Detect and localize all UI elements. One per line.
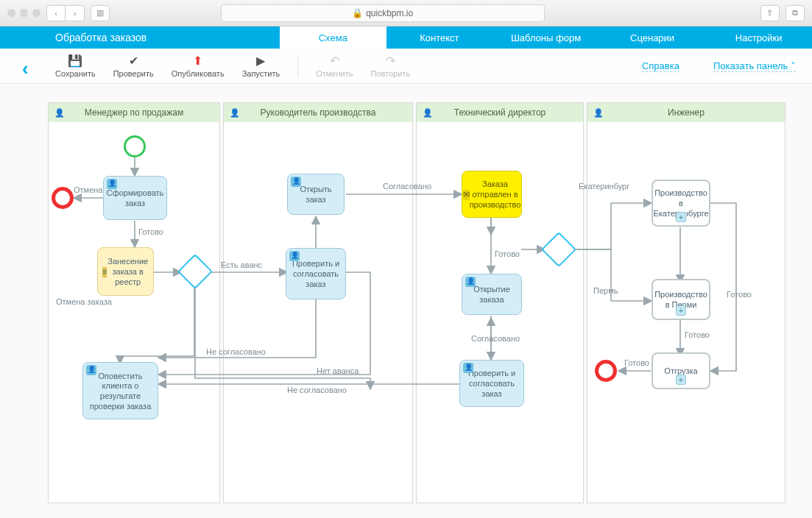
save-button[interactable]: 💾 Сохранить <box>55 54 96 78</box>
window: ‹ › ▥ 🔒 quickbpm.io ⇪ ⧉ ‹ Обработка зака… <box>0 0 812 518</box>
check-button[interactable]: ✔ Проверить <box>113 54 154 78</box>
page-title: Обработка заказов <box>0 26 280 49</box>
task-notify-client[interactable]: 👤 Оповестить клиента о результате провер… <box>82 362 158 419</box>
start-event[interactable] <box>124 135 146 157</box>
lock-icon: 🔒 <box>352 8 363 18</box>
user-task-icon: 👤 <box>107 179 117 189</box>
sub-shipment[interactable]: Отгрузка + <box>652 352 710 389</box>
nav-back-button[interactable]: ‹ <box>46 5 66 21</box>
task-label: Заказа отправлен в производство <box>470 180 521 210</box>
lane-prodmgr[interactable]: Руководитель производства <box>223 102 413 503</box>
lane-header: Менеджер по продажам <box>49 103 219 122</box>
check-icon: ✔ <box>129 54 138 68</box>
task-label: Сформировать заказ <box>107 188 164 209</box>
back-arrow[interactable]: ‹ <box>22 57 29 80</box>
redo-icon: ↷ <box>386 54 395 68</box>
undo-label: Отменить <box>316 69 353 78</box>
task-label: Открыть заказ <box>292 185 339 205</box>
traffic-dot[interactable] <box>20 9 28 17</box>
task-open-order-2[interactable]: 👤 Открытие заказа <box>462 274 522 315</box>
sub-perm[interactable]: Производство в Перми + <box>652 279 710 320</box>
user-task-icon: 👤 <box>289 251 300 261</box>
redo-label: Повторить <box>370 69 410 78</box>
user-task-icon: 👤 <box>465 277 476 287</box>
share-button[interactable]: ⇪ <box>760 5 780 21</box>
app-header: Обработка заказов Схема Контекст Шаблоны… <box>0 26 812 49</box>
publish-button[interactable]: ⬆ Опубликовать <box>172 54 225 78</box>
check-label: Проверить <box>113 69 154 78</box>
sidebar-toggle-button[interactable]: ▥ <box>91 5 110 21</box>
lane-header: Инженер <box>587 103 785 122</box>
tabs-button[interactable]: ⧉ <box>785 5 805 21</box>
task-label: Открытие заказа <box>467 285 517 305</box>
toolbar: 💾 Сохранить ✔ Проверить ⬆ Опубликовать ▶… <box>0 49 812 84</box>
user-task-icon: 👤 <box>463 363 473 373</box>
user-task-icon: 👤 <box>86 365 96 375</box>
flow-label: Пермь <box>593 286 618 295</box>
publish-icon: ⬆ <box>193 54 202 68</box>
flow-label: Нет аванса <box>317 366 359 375</box>
undo-button[interactable]: ↶ Отменить <box>316 54 353 78</box>
save-icon: 💾 <box>68 54 82 68</box>
tab-context[interactable]: Контекст <box>386 26 493 49</box>
task-create-order[interactable]: 👤 Сформировать заказ <box>103 176 167 220</box>
flow-label: Готово <box>624 358 649 367</box>
help-link[interactable]: Справка <box>642 60 679 72</box>
task-label: Оповестить клиента о результате проверки… <box>88 372 153 412</box>
run-button[interactable]: ▶ Запустить <box>242 54 280 78</box>
canvas-area[interactable]: Менеджер по продажам Руководитель произв… <box>0 84 812 518</box>
flow-label: Отмена <box>74 185 102 194</box>
task-label: Проверить и согласовать заказ <box>291 259 341 289</box>
flow-label: Екатеринбург <box>579 182 629 191</box>
lane-header: Руководитель производства <box>224 103 412 122</box>
redo-button[interactable]: ↷ Повторить <box>370 54 410 78</box>
expand-icon[interactable]: + <box>676 212 686 222</box>
tab-settings[interactable]: Настройки <box>705 26 812 49</box>
flow-label: Готово <box>685 330 710 339</box>
lane-header: Технический директор <box>417 103 583 122</box>
flow-label: Готово <box>727 290 752 299</box>
task-label: Занесение заказа в реестр <box>107 257 149 287</box>
expand-icon[interactable]: + <box>676 375 686 385</box>
tab-scenarios[interactable]: Сценарии <box>599 26 706 49</box>
publish-label: Опубликовать <box>172 69 225 78</box>
address-text: quickbpm.io <box>366 8 413 18</box>
traffic-dot[interactable] <box>7 9 15 17</box>
address-bar[interactable]: 🔒 quickbpm.io <box>221 4 545 22</box>
save-label: Сохранить <box>55 69 96 78</box>
flow-label: Не согласовано <box>287 386 347 394</box>
flow-label: Готово <box>138 227 163 236</box>
script-register-order[interactable]: ≡ Занесение заказа в реестр <box>97 247 154 296</box>
end-event-cancel[interactable] <box>52 187 74 209</box>
flow-label: Согласовано <box>471 334 520 343</box>
tab-schema[interactable]: Схема <box>280 26 386 49</box>
task-label: Проверить и согласовать заказ <box>465 369 519 399</box>
flow-label: Готово <box>495 249 520 258</box>
run-icon: ▶ <box>256 54 265 68</box>
undo-icon: ↶ <box>330 54 339 68</box>
chevron-up-icon: ˄ <box>791 60 796 71</box>
msg-order-sent[interactable]: ✉ Заказа отправлен в производство <box>462 171 522 218</box>
flow-label: Есть аванс <box>221 260 262 269</box>
task-open-order[interactable]: 👤 Открыть заказ <box>287 174 345 215</box>
flow-label: Согласовано <box>383 182 431 191</box>
tab-forms[interactable]: Шаблоны форм <box>493 26 599 49</box>
browser-chrome: ‹ › ▥ 🔒 quickbpm.io ⇪ ⧉ <box>0 0 812 26</box>
message-icon: ✉ <box>463 190 470 200</box>
show-panel-link[interactable]: Показать панель ˄ <box>713 60 796 72</box>
nav-forward-button[interactable]: › <box>66 5 85 21</box>
traffic-lights <box>7 9 40 17</box>
flow-label: Не согласовано <box>206 347 266 356</box>
flow-label: Отмена заказа <box>56 297 112 306</box>
task-approve-prod[interactable]: 👤 Проверить и согласовать заказ <box>286 248 346 299</box>
task-approve-tech[interactable]: 👤 Проверить и согласовать заказ <box>459 360 524 407</box>
sub-ekb[interactable]: Производство в Екатеринбурге + <box>652 180 710 227</box>
user-task-icon: 👤 <box>291 177 301 187</box>
run-label: Запустить <box>242 69 280 78</box>
expand-icon[interactable]: + <box>676 305 686 316</box>
show-panel-label: Показать панель <box>713 60 788 71</box>
toolbar-separator <box>297 54 298 78</box>
end-event-ship[interactable] <box>595 360 617 382</box>
traffic-dot[interactable] <box>32 9 40 17</box>
